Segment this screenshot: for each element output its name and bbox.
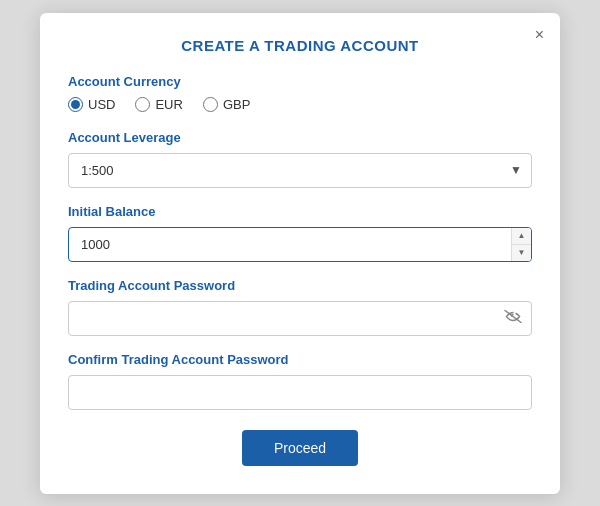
toggle-password-visibility-icon[interactable] [504, 310, 522, 327]
modal-overlay: × CREATE A TRADING ACCOUNT Account Curre… [0, 0, 600, 506]
modal-title: CREATE A TRADING ACCOUNT [68, 37, 532, 54]
trading-password-wrapper [68, 301, 532, 336]
account-leverage-label: Account Leverage [68, 130, 532, 145]
currency-eur-radio[interactable] [135, 97, 150, 112]
trading-password-section: Trading Account Password [68, 278, 532, 336]
currency-gbp-radio[interactable] [203, 97, 218, 112]
confirm-password-label: Confirm Trading Account Password [68, 352, 532, 367]
confirm-password-input[interactable] [68, 375, 532, 410]
close-button[interactable]: × [535, 27, 544, 43]
currency-eur-label: EUR [155, 97, 182, 112]
initial-balance-wrapper: ▲ ▼ [68, 227, 532, 262]
leverage-select[interactable]: 1:50 1:100 1:200 1:300 1:400 1:500 [68, 153, 532, 188]
initial-balance-label: Initial Balance [68, 204, 532, 219]
confirm-password-wrapper [68, 375, 532, 410]
account-currency-section: Account Currency USD EUR GBP [68, 74, 532, 112]
currency-gbp-label: GBP [223, 97, 250, 112]
spinner-controls: ▲ ▼ [511, 228, 531, 261]
account-currency-label: Account Currency [68, 74, 532, 89]
leverage-select-wrapper: 1:50 1:100 1:200 1:300 1:400 1:500 ▼ [68, 153, 532, 188]
modal-container: × CREATE A TRADING ACCOUNT Account Curre… [40, 13, 560, 494]
proceed-button-wrapper: Proceed [68, 430, 532, 466]
confirm-password-section: Confirm Trading Account Password [68, 352, 532, 410]
spinner-up-button[interactable]: ▲ [512, 228, 531, 245]
currency-gbp-option[interactable]: GBP [203, 97, 250, 112]
currency-usd-option[interactable]: USD [68, 97, 115, 112]
currency-usd-radio[interactable] [68, 97, 83, 112]
account-leverage-section: Account Leverage 1:50 1:100 1:200 1:300 … [68, 130, 532, 188]
currency-usd-label: USD [88, 97, 115, 112]
initial-balance-section: Initial Balance ▲ ▼ [68, 204, 532, 262]
currency-radio-group: USD EUR GBP [68, 97, 532, 112]
initial-balance-input[interactable] [68, 227, 532, 262]
spinner-down-button[interactable]: ▼ [512, 245, 531, 261]
trading-password-label: Trading Account Password [68, 278, 532, 293]
proceed-button[interactable]: Proceed [242, 430, 358, 466]
currency-eur-option[interactable]: EUR [135, 97, 182, 112]
trading-password-input[interactable] [68, 301, 532, 336]
